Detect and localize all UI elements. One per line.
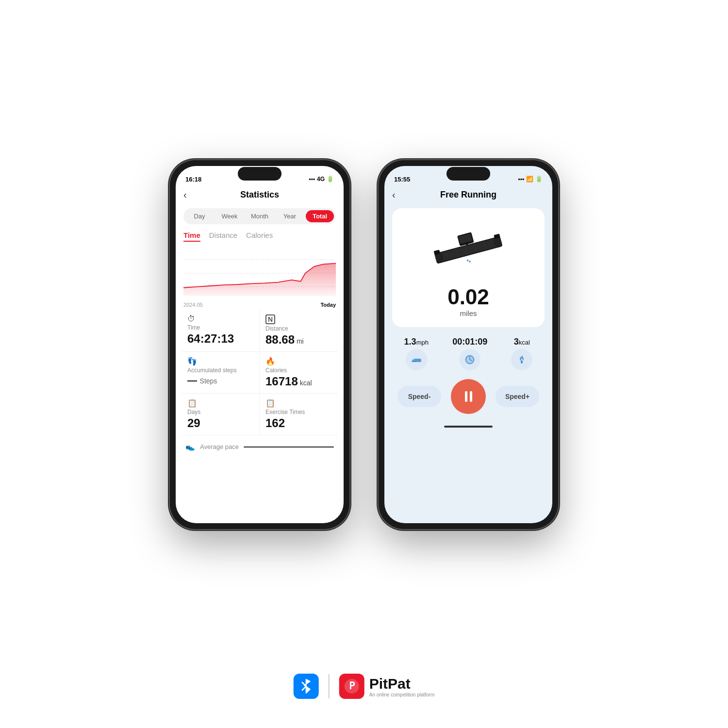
brand-divider xyxy=(329,674,330,698)
wifi-icon: 📶 xyxy=(526,176,533,182)
distance-display: 0.02 xyxy=(447,285,489,309)
battery-icon-right: 🔋 xyxy=(535,176,543,182)
distance-value: 88.68 mi xyxy=(265,333,332,347)
pause-bar-right xyxy=(470,391,472,402)
screen-free-running: 15:55 ▪▪▪ 📶 🔋 ‹ Free Running xyxy=(384,166,552,523)
speed-value: 1.3mph xyxy=(404,337,429,347)
exercise-times-value: 162 xyxy=(265,416,332,430)
signal-icon: ▪▪▪ xyxy=(309,176,315,182)
pitpat-icon: 𝖯 xyxy=(339,674,364,699)
calories-display: 3kcal xyxy=(514,337,530,347)
chart-labels: 2024.05 Today xyxy=(176,302,344,308)
branding-section: 𝖯 PitPat An online competition platform xyxy=(294,674,435,699)
tab-distance[interactable]: Distance xyxy=(209,231,237,242)
back-button-left[interactable]: ‹ xyxy=(183,189,187,200)
stat-time: ⏱ Time 64:27:13 xyxy=(182,310,260,352)
controls-row: Speed- Speed+ xyxy=(384,374,552,424)
pitpat-p-logo: 𝖯 xyxy=(344,678,360,695)
treadmill-card: 🐾 0.02 miles xyxy=(392,208,545,327)
avg-pace-label: Average pace xyxy=(200,443,239,450)
dynamic-island-left xyxy=(238,167,281,181)
tab-time[interactable]: Time xyxy=(183,231,200,242)
days-icon: 📋 xyxy=(187,398,253,408)
time-value: 64:27:13 xyxy=(187,332,253,346)
stats-header: ‹ Statistics xyxy=(176,189,344,205)
scene: 16:18 ▪▪▪ 4G 🔋 ‹ Statistics Day Week xyxy=(0,0,728,728)
screen-statistics: 16:18 ▪▪▪ 4G 🔋 ‹ Statistics Day Week xyxy=(176,166,344,523)
pitpat-logo: 𝖯 PitPat An online competition platform xyxy=(339,674,435,699)
fire-icon-circle xyxy=(511,349,532,370)
metric-tabs: Time Distance Calories xyxy=(176,227,344,244)
avg-pace-line xyxy=(244,447,334,447)
time-icon-circle xyxy=(459,349,480,370)
page-title-right: Free Running xyxy=(440,190,496,200)
home-indicator-right xyxy=(444,426,493,428)
speed-minus-button[interactable]: Speed- xyxy=(397,386,441,407)
flame-icon xyxy=(515,353,528,366)
metric-time: 00:01:09 xyxy=(452,337,487,370)
steps-label: Accumulated steps xyxy=(187,367,253,374)
metric-calories: 3kcal xyxy=(511,337,532,370)
pause-icon xyxy=(465,391,472,402)
time-chart xyxy=(183,247,336,300)
avg-pace-icon: 👟 xyxy=(185,442,195,451)
tab-month[interactable]: Month xyxy=(246,210,274,222)
steps-value: — Steps xyxy=(187,375,253,386)
running-header: ‹ Free Running xyxy=(384,189,552,204)
tab-week[interactable]: Week xyxy=(215,210,244,222)
svg-text:🐾: 🐾 xyxy=(466,258,471,264)
distance-unit: miles xyxy=(460,309,477,317)
chart-area xyxy=(183,247,336,300)
tab-calories[interactable]: Calories xyxy=(246,231,273,242)
phone-free-running: 15:55 ▪▪▪ 📶 🔋 ‹ Free Running xyxy=(379,160,558,529)
speed-plus-button[interactable]: Speed+ xyxy=(496,386,539,407)
status-time-left: 16:18 xyxy=(185,176,201,183)
signal-bars-icon: ▪▪▪ xyxy=(518,176,524,182)
dynamic-island-right xyxy=(447,167,490,181)
svg-point-19 xyxy=(413,359,415,361)
status-icons-left: ▪▪▪ 4G 🔋 xyxy=(309,176,334,182)
elapsed-time-value: 00:01:09 xyxy=(452,337,487,347)
stat-exercise-times: 📋 Exercise Times 162 xyxy=(260,394,338,435)
time-label: Time xyxy=(187,324,253,331)
tab-year[interactable]: Year xyxy=(276,210,304,222)
calories-label: Calories xyxy=(265,367,332,374)
pause-bar-left xyxy=(465,391,467,402)
pitpat-subtitle: An online competition platform xyxy=(369,692,435,697)
back-button-right[interactable]: ‹ xyxy=(392,189,396,200)
treadmill-illustration: 🐾 xyxy=(420,218,517,281)
page-title-left: Statistics xyxy=(240,190,279,200)
tab-day[interactable]: Day xyxy=(185,210,214,222)
status-icons-right: ▪▪▪ 📶 🔋 xyxy=(518,176,543,182)
exercise-times-label: Exercise Times xyxy=(265,409,332,415)
stats-grid: ⏱ Time 64:27:13 N Distance 88.68 mi 👣 Ac… xyxy=(182,310,338,435)
chart-end-label: Today xyxy=(320,302,336,308)
time-icon: ⏱ xyxy=(187,314,253,323)
stat-distance: N Distance 88.68 mi xyxy=(260,310,338,352)
metric-speed: 1.3mph xyxy=(404,337,429,370)
days-value: 29 xyxy=(187,416,253,430)
phones-row: 16:18 ▪▪▪ 4G 🔋 ‹ Statistics Day Week xyxy=(170,160,558,529)
days-label: Days xyxy=(187,409,253,415)
running-shoe-icon xyxy=(410,353,423,366)
distance-label: Distance xyxy=(265,325,332,332)
avg-pace-row: 👟 Average pace xyxy=(176,437,344,456)
tab-total[interactable]: Total xyxy=(306,210,334,222)
calories-icon: 🔥 xyxy=(265,357,332,366)
pitpat-name: PitPat xyxy=(369,676,435,692)
exercise-times-icon: 📋 xyxy=(265,398,332,408)
stat-steps: 👣 Accumulated steps — Steps xyxy=(182,352,260,394)
battery-icon: 🔋 xyxy=(327,176,334,182)
distance-icon: N xyxy=(265,314,275,324)
clock-icon xyxy=(463,353,476,366)
steps-icon: 👣 xyxy=(187,357,253,366)
pause-button[interactable] xyxy=(451,379,486,414)
pitpat-text-block: PitPat An online competition platform xyxy=(369,676,435,697)
status-time-right: 15:55 xyxy=(394,176,410,183)
stat-calories: 🔥 Calories 16718 kcal xyxy=(260,352,338,394)
metrics-row: 1.3mph 00:01:09 xyxy=(384,331,552,374)
bluetooth-icon xyxy=(294,674,319,699)
period-tabs: Day Week Month Year Total xyxy=(183,208,336,224)
chart-start-label: 2024.05 xyxy=(183,302,203,308)
calories-value: 16718 kcal xyxy=(265,375,332,388)
